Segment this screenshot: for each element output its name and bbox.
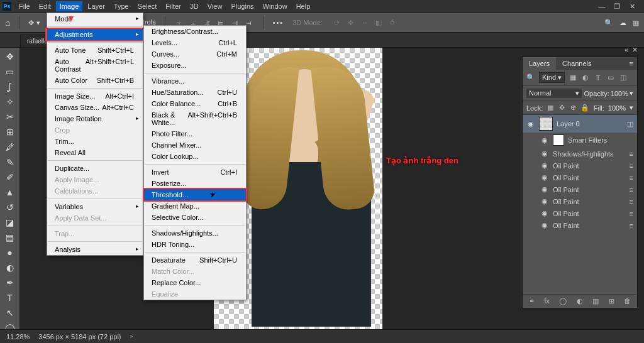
more-icon[interactable]: ••• [273, 19, 284, 26]
adjustment-layer-icon[interactable]: ◐ [577, 297, 583, 305]
wand-tool[interactable]: ✧ [3, 97, 17, 107]
type-tool[interactable]: T [3, 293, 17, 303]
adj-posterize[interactable]: Posterize... [144, 178, 246, 189]
maximize-icon[interactable]: ❐ [613, 3, 621, 11]
trash-icon[interactable]: 🗑 [624, 297, 631, 305]
layer-row[interactable]: ◉ Layer 0 ◫ [523, 115, 637, 133]
3d-slide-icon[interactable]: ↔ [359, 17, 370, 28]
menu-item-canvas-size[interactable]: Canvas Size...Alt+Ctrl+C [47, 102, 143, 113]
lock-artboard-icon[interactable]: ⊕ [569, 104, 577, 112]
brush-tool[interactable]: ✐ [3, 172, 17, 182]
menu-item-analysis[interactable]: Analysis [47, 244, 143, 255]
filter-row[interactable]: ◉Oil Paint≡ [523, 183, 637, 195]
lock-position-icon[interactable]: ✥ [558, 104, 565, 112]
menu-view[interactable]: View [204, 1, 226, 11]
workspace-icon[interactable]: ▥ [633, 19, 639, 27]
filter-adjust-icon[interactable]: ◐ [581, 74, 590, 82]
crop-tool[interactable]: ✂ [3, 112, 17, 122]
tab-layers[interactable]: Layers [523, 57, 556, 70]
menu-edit[interactable]: Edit [35, 1, 55, 11]
adj-desaturate[interactable]: DesaturateShift+Ctrl+U [144, 254, 246, 266]
adj-photo-filter[interactable]: Photo Filter... [144, 128, 246, 139]
fx-icon[interactable]: fx [544, 297, 550, 305]
zoom-level[interactable]: 11.28% [6, 333, 30, 340]
menu-item-auto-color[interactable]: Auto ColorShift+Ctrl+B [47, 75, 143, 86]
gradient-tool[interactable]: ▤ [3, 232, 17, 242]
menu-select[interactable]: Select [134, 1, 161, 11]
menu-item-reveal-all[interactable]: Reveal All [47, 147, 143, 158]
menu-item-duplicate[interactable]: Duplicate... [47, 163, 143, 174]
blur-tool[interactable]: ● [3, 248, 17, 258]
menu-item-trim[interactable]: Trim... [47, 136, 143, 147]
lock-all-icon[interactable]: 🔒 [580, 104, 588, 112]
adj-replace-color[interactable]: Replace Color... [144, 277, 246, 288]
adj-black-white[interactable]: Black & White...Alt+Shift+Ctrl+B [144, 109, 246, 128]
menu-item-mode[interactable]: Mode [47, 13, 143, 24]
eyedropper-tool[interactable]: 🖉 [3, 142, 17, 152]
menu-item-adjustments[interactable]: Adjustments [47, 29, 143, 40]
adj-color-lookup[interactable]: Color Lookup... [144, 151, 246, 162]
filter-pixel-icon[interactable]: ▦ [569, 74, 577, 82]
move-tool[interactable]: ✥ [3, 52, 17, 62]
lasso-tool[interactable]: ʆ [3, 82, 17, 92]
minimize-icon[interactable]: — [597, 3, 606, 11]
filter-row[interactable]: ◉Oil Paint≡ [523, 172, 637, 183]
adj-vibrance[interactable]: Vibrance... [144, 75, 246, 87]
adj-invert[interactable]: InvertCtrl+I [144, 166, 246, 178]
smart-filters-row[interactable]: ◉ Smart Filters [523, 133, 637, 148]
info-caret-icon[interactable]: > [130, 334, 133, 339]
filter-row[interactable]: ◉Oil Paint≡ [523, 160, 637, 172]
3d-orbit-icon[interactable]: ⟳ [331, 17, 343, 28]
adj-curves[interactable]: Curves...Ctrl+M [144, 48, 246, 60]
marquee-tool[interactable]: ▭ [3, 67, 17, 77]
fill-value[interactable]: 100% [608, 104, 626, 112]
filter-smart-icon[interactable]: ◫ [619, 74, 628, 82]
group-icon[interactable]: ▥ [592, 297, 599, 305]
adj-color-balance[interactable]: Color Balance...Ctrl+B [144, 98, 246, 109]
adj-brightness[interactable]: Brightness/Contrast... [144, 26, 246, 37]
close-icon[interactable]: ✕ [628, 3, 636, 11]
menu-window[interactable]: Window [259, 1, 291, 11]
path-tool[interactable]: ↖ [3, 308, 17, 318]
menu-3d[interactable]: 3D [186, 1, 203, 11]
adj-gradient-map[interactable]: Gradient Map... [144, 200, 246, 212]
menu-item-auto-contrast[interactable]: Auto ContrastAlt+Shift+Ctrl+L [47, 56, 143, 75]
mask-icon[interactable]: ◯ [559, 297, 567, 305]
search-icon[interactable]: 🔍 [604, 19, 613, 27]
filter-kind[interactable]: Kind ▾ [539, 72, 565, 83]
menu-file[interactable]: File [15, 1, 34, 11]
adj-threshold[interactable]: Threshold... ➤ [144, 189, 246, 200]
adj-shadows[interactable]: Shadows/Highlights... [144, 227, 246, 239]
home-icon[interactable]: ⌂ [5, 18, 10, 28]
menu-item-auto-tone[interactable]: Auto ToneShift+Ctrl+L [47, 45, 143, 56]
menu-help[interactable]: Help [292, 1, 314, 11]
pen-tool[interactable]: ✒ [3, 278, 17, 288]
filter-row[interactable]: ◉Oil Paint≡ [523, 207, 637, 219]
opacity-value[interactable]: 100% [611, 90, 628, 97]
stamp-tool[interactable]: ▲ [3, 187, 17, 197]
visibility-icon[interactable]: ◉ [526, 120, 535, 128]
3d-pan-icon[interactable]: ✥ [345, 17, 357, 28]
panel-menu-icon[interactable]: ≡ [626, 57, 637, 70]
adj-hdr[interactable]: HDR Toning... [144, 239, 246, 250]
filter-row[interactable]: ◉Oil Paint≡ [523, 195, 637, 207]
link-layers-icon[interactable]: ⚭ [529, 297, 535, 305]
adj-hue[interactable]: Hue/Saturation...Ctrl+U [144, 87, 246, 98]
history-brush-tool[interactable]: ↺ [3, 202, 17, 212]
eraser-tool[interactable]: ◪ [3, 217, 17, 227]
filter-type-icon[interactable]: T [594, 74, 602, 82]
3d-roll-icon[interactable]: ⥀ [387, 17, 398, 28]
tab-channels[interactable]: Channels [556, 57, 597, 70]
filter-row[interactable]: ◉Shadows/Highlights≡ [523, 148, 637, 160]
menu-item-variables[interactable]: Variables [47, 201, 143, 212]
menu-filter[interactable]: Filter [162, 1, 184, 11]
adj-exposure[interactable]: Exposure... [144, 60, 246, 71]
panel-close-icon[interactable]: ✕ [632, 46, 638, 54]
menu-plugins[interactable]: Plugins [227, 1, 257, 11]
adj-channel-mixer[interactable]: Channel Mixer... [144, 139, 246, 151]
3d-scale-icon[interactable]: ◧ [373, 17, 384, 28]
heal-tool[interactable]: ✎ [3, 157, 17, 167]
filter-shape-icon[interactable]: ▭ [606, 74, 615, 82]
lock-pixels-icon[interactable]: ▦ [547, 104, 554, 112]
visibility-icon[interactable]: ◉ [540, 136, 549, 144]
